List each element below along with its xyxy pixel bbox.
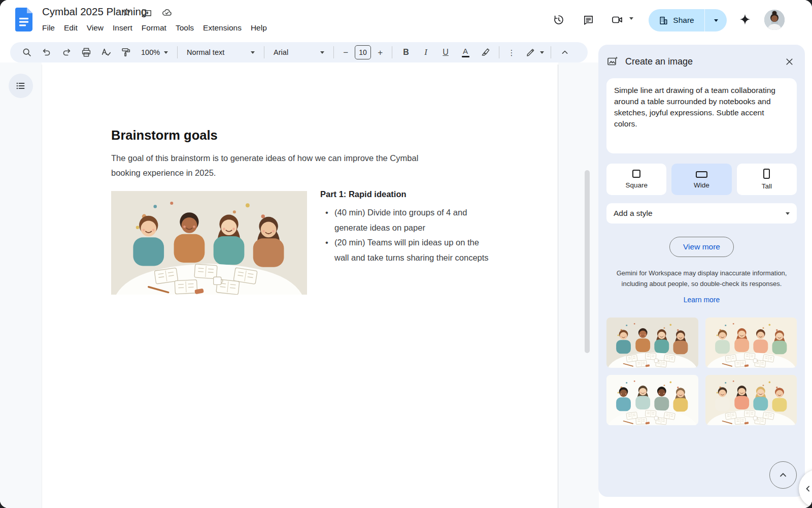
square-ratio-icon <box>632 170 640 178</box>
chevron-up-icon <box>560 47 570 57</box>
chevron-down-icon <box>320 51 324 54</box>
italic-button[interactable]: I <box>417 44 434 61</box>
comments-icon[interactable] <box>578 10 598 30</box>
text-color-bar <box>462 56 469 58</box>
view-more-button[interactable]: View more <box>669 237 734 257</box>
ratio-tall-button[interactable]: Tall <box>737 164 797 195</box>
paint-format-icon[interactable] <box>117 44 134 61</box>
gemini-sparkle-icon[interactable] <box>735 10 755 30</box>
workspace: Brainstorm goals The goal of this brains… <box>0 62 812 508</box>
spellcheck-icon[interactable] <box>97 44 115 61</box>
toolbar-divider <box>264 46 264 58</box>
pen-icon <box>525 47 536 58</box>
chevron-up-icon <box>777 469 789 481</box>
account-avatar[interactable] <box>764 10 785 30</box>
paragraph-style-value: Normal text <box>187 48 247 56</box>
document-scrollbar[interactable] <box>585 170 590 353</box>
right-gutter <box>558 62 599 508</box>
panel-title: Create an image <box>625 56 782 67</box>
chevron-down-icon <box>540 51 544 54</box>
menu-bar: File Edit View Insert Format Tools Exten… <box>38 21 272 35</box>
doc-bullet-list: (40 min) Divide into groups of 4 and gen… <box>320 205 491 265</box>
minus-icon: − <box>343 48 348 57</box>
highlight-color-button[interactable] <box>477 44 494 61</box>
menu-tools[interactable]: Tools <box>171 21 198 35</box>
doc-bullet-item[interactable]: (20 min) Teams will pin ideas up on the … <box>320 235 491 265</box>
doc-heading[interactable]: Brainstorm goals <box>111 128 218 143</box>
generated-images-grid <box>606 318 797 425</box>
doc-bullet-item[interactable]: (40 min) Divide into groups of 4 and gen… <box>320 205 491 235</box>
paragraph-style-select[interactable]: Normal text <box>183 44 259 60</box>
outline-list-icon <box>16 81 26 91</box>
underline-button[interactable]: U <box>437 44 454 61</box>
create-image-panel: Create an image Simple line art drawing … <box>598 45 805 497</box>
share-button-label: Share <box>673 16 694 25</box>
move-folder-icon[interactable] <box>141 7 152 18</box>
plus-icon: + <box>378 48 383 57</box>
more-options-button[interactable]: ⋮ <box>504 44 519 61</box>
create-image-icon <box>606 55 619 68</box>
menu-file[interactable]: File <box>38 21 59 35</box>
menu-extensions[interactable]: Extensions <box>198 21 246 35</box>
scroll-to-top-button[interactable] <box>769 461 797 489</box>
doc-section-title[interactable]: Part 1: Rapid ideation <box>320 189 491 199</box>
zoom-value: 100% <box>141 48 160 56</box>
chevron-down-icon <box>164 51 168 54</box>
cloud-status-icon[interactable] <box>161 7 173 18</box>
toolbar-divider <box>177 46 178 58</box>
toolbar-divider <box>333 46 334 58</box>
text-color-button[interactable]: A <box>457 44 474 61</box>
generated-image-thumbnail[interactable] <box>705 318 797 368</box>
generated-image-thumbnail[interactable] <box>606 375 698 425</box>
version-history-icon[interactable] <box>549 10 569 30</box>
redo-icon[interactable] <box>58 44 75 61</box>
chevron-down-icon <box>251 51 255 54</box>
doc-inline-image[interactable] <box>111 191 307 295</box>
font-size-increase-button[interactable]: + <box>374 44 387 61</box>
font-size-decrease-button[interactable]: − <box>339 44 352 61</box>
share-button[interactable]: Share <box>649 9 727 31</box>
video-call-dropdown-icon[interactable] <box>629 17 633 20</box>
toolbar-divider <box>392 46 392 58</box>
docs-logo-icon[interactable] <box>15 8 32 31</box>
menu-view[interactable]: View <box>82 21 108 35</box>
close-icon <box>784 56 795 67</box>
google-docs-window: Cymbal 2025 Planning File Edit View Inse… <box>0 0 812 508</box>
doc-paragraph[interactable]: The goal of this brainstorm is to genera… <box>111 151 444 181</box>
ratio-wide-button[interactable]: Wide <box>671 164 731 195</box>
close-panel-button[interactable] <box>782 54 797 69</box>
font-value: Arial <box>274 48 316 56</box>
gemini-disclaimer: Gemini for Workspace may display inaccur… <box>606 268 797 289</box>
ratio-square-button[interactable]: Square <box>606 164 666 195</box>
undo-icon[interactable] <box>38 44 55 61</box>
document-page[interactable]: Brainstorm goals The goal of this brains… <box>42 65 558 508</box>
share-dropdown-button[interactable] <box>705 9 727 31</box>
toolbar-divider <box>499 46 499 58</box>
chevron-left-icon <box>803 484 812 494</box>
font-select[interactable]: Arial <box>269 44 328 60</box>
font-size-input[interactable]: 10 <box>355 45 371 59</box>
print-icon[interactable] <box>78 44 95 61</box>
menu-edit[interactable]: Edit <box>59 21 82 35</box>
video-call-icon[interactable] <box>606 10 628 30</box>
left-gutter <box>0 62 42 508</box>
generated-image-thumbnail[interactable] <box>606 318 698 368</box>
zoom-select[interactable]: 100% <box>137 44 172 60</box>
menu-insert[interactable]: Insert <box>108 21 137 35</box>
menu-help[interactable]: Help <box>246 21 272 35</box>
learn-more-link[interactable]: Learn more <box>606 296 797 304</box>
document-outline-button[interactable] <box>9 74 33 98</box>
star-icon[interactable] <box>121 7 132 18</box>
pen-tool-button[interactable] <box>521 44 548 60</box>
generated-image-thumbnail[interactable] <box>705 375 797 425</box>
org-building-icon <box>659 16 668 25</box>
hide-menus-button[interactable] <box>556 44 573 61</box>
top-bar: Cymbal 2025 Planning File Edit View Inse… <box>0 0 812 41</box>
bold-button[interactable]: B <box>397 44 415 61</box>
more-vertical-icon: ⋮ <box>508 49 516 56</box>
add-style-select[interactable]: Add a style <box>606 203 797 224</box>
prompt-card: Simple line art drawing of a team collab… <box>606 78 797 153</box>
image-prompt-textarea[interactable]: Simple line art drawing of a team collab… <box>614 85 789 147</box>
search-menus-icon[interactable] <box>18 44 36 61</box>
menu-format[interactable]: Format <box>137 21 171 35</box>
